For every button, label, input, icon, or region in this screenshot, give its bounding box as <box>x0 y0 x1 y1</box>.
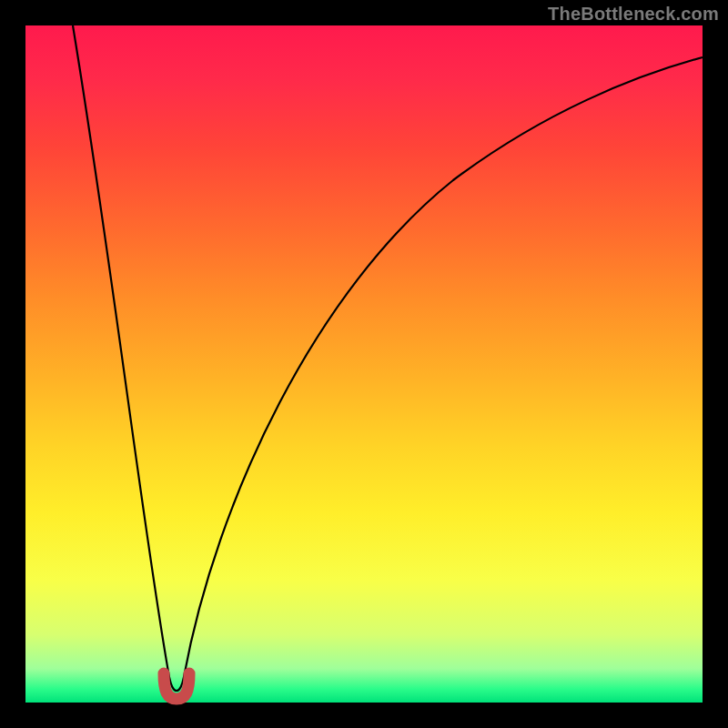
chart-frame: { "watermark": "TheBottleneck.com", "cha… <box>0 0 728 728</box>
curve-layer <box>25 25 703 703</box>
watermark-text: TheBottleneck.com <box>548 4 719 25</box>
trough-marker <box>164 673 189 699</box>
bottleneck-curve <box>73 25 703 691</box>
gradient-plot-area <box>25 25 703 703</box>
